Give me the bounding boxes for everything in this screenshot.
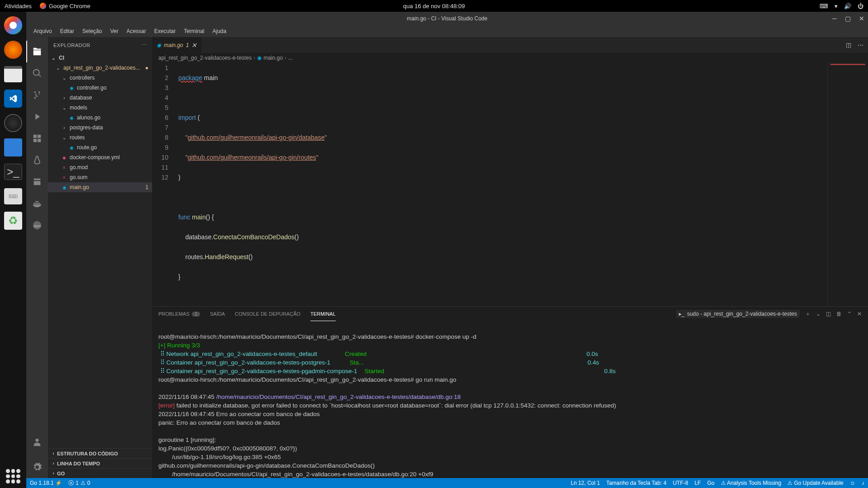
active-app[interactable]: Google Chrome (40, 3, 91, 9)
tree-models[interactable]: ⌄models (48, 103, 152, 113)
editor-area: ◉ main.go 1 ✕ ◫ ⋯ api_rest_gin_go_2-vali… (152, 37, 868, 478)
status-go-version[interactable]: Go 1.18.1 ⚡ (30, 480, 62, 486)
activity-account[interactable] (26, 431, 48, 453)
tree-controllers[interactable]: ⌄controllers (48, 73, 152, 83)
menu-editar[interactable]: Editar (57, 26, 78, 36)
menu-acessar[interactable]: Acessar (123, 26, 149, 36)
activity-json[interactable]: Json (26, 214, 48, 236)
menu-selecao[interactable]: Seleção (79, 26, 105, 36)
status-bell-icon[interactable]: ♪ (862, 480, 864, 486)
vscode-window: main.go - CI - Visual Studio Code ─ ▢ ✕ … (26, 12, 868, 488)
menu-ajuda[interactable]: Ajuda (209, 26, 230, 36)
panel-tab-console[interactable]: CONSOLE DE DEPURAÇÃO (235, 307, 300, 321)
minimap[interactable] (827, 63, 868, 306)
menu-terminal[interactable]: Terminal (180, 26, 208, 36)
tree-main-go[interactable]: ◉main.go1 (48, 182, 152, 192)
status-analysis-tools[interactable]: ⚠ Analysis Tools Missing (721, 480, 782, 486)
activity-docker[interactable] (26, 193, 48, 214)
tab-main-go[interactable]: ◉ main.go 1 ✕ (152, 37, 202, 53)
terminal-dropdown-icon[interactable]: ⌄ (816, 311, 820, 317)
tree-project[interactable]: ⌄ api_rest_gin_go_2-validacoes... ● (48, 63, 152, 73)
menu-executar[interactable]: Executar (151, 26, 179, 36)
svg-text:Json: Json (33, 224, 40, 228)
code-content[interactable]: package main import ( "github.com/guilhe… (176, 63, 827, 306)
maximize-button[interactable]: ▢ (845, 15, 851, 22)
menu-ver[interactable]: Ver (106, 26, 122, 36)
more-actions-icon[interactable]: ⋯ (858, 42, 863, 48)
activity-explorer[interactable] (26, 41, 48, 62)
panel-tab-problemas[interactable]: PROBLEMAS1 (158, 307, 200, 321)
activity-remote[interactable] (26, 171, 48, 193)
section-linha[interactable]: ›LINHA DO TEMPO (48, 458, 152, 468)
status-go-update[interactable]: ⚠ Go Update Available (787, 480, 844, 486)
go-file-icon: ◉ (61, 185, 68, 190)
new-terminal-icon[interactable]: ＋ (805, 310, 811, 318)
activity-extensions[interactable] (26, 128, 48, 149)
status-feedback-icon[interactable]: ☺ (850, 480, 855, 486)
dock-files[interactable] (2, 63, 24, 85)
activity-testing[interactable] (26, 149, 48, 171)
clock[interactable]: qua 16 de nov 08:48:09 (403, 3, 465, 9)
tree-root[interactable]: ⌄ CI (48, 53, 152, 63)
status-encoding[interactable]: UTF-8 (673, 480, 688, 486)
dock-trash[interactable]: ♻ (2, 210, 24, 232)
go-file-icon: ◉ (68, 85, 75, 90)
breadcrumb[interactable]: api_rest_gin_go_2-validacoes-e-testes› ◉… (152, 53, 868, 63)
dock-virtualbox[interactable] (2, 137, 24, 158)
activity-settings[interactable] (26, 456, 48, 478)
chevron-down-icon: ⌄ (61, 76, 68, 81)
kill-terminal-icon[interactable]: 🗑 (836, 311, 842, 317)
dock-vscode[interactable] (2, 88, 24, 109)
section-estrutura[interactable]: ›ESTRUTURA DO CÓDIGO (48, 448, 152, 458)
menu-arquivo[interactable]: Arquivo (30, 26, 56, 36)
dock-firefox[interactable] (2, 39, 24, 61)
tree-postgres-data[interactable]: ›postgres-data (48, 123, 152, 133)
status-problems[interactable]: ⓧ 1 ⚠ 0 (68, 479, 90, 487)
dock-ssd[interactable]: SSD (2, 185, 24, 207)
tree-route-go[interactable]: ◉route.go (48, 142, 152, 152)
status-cursor-pos[interactable]: Ln 12, Col 1 (571, 480, 600, 486)
split-terminal-icon[interactable]: ◫ (826, 311, 831, 317)
dock-obs[interactable] (2, 112, 24, 134)
tree-alunos-go[interactable]: ◉alunos.go (48, 113, 152, 123)
activity-bar: Json (26, 37, 48, 478)
split-editor-icon[interactable]: ◫ (846, 42, 851, 48)
close-panel-icon[interactable]: ✕ (857, 311, 862, 317)
tree-docker-compose[interactable]: ◆docker-compose.yml (48, 152, 152, 162)
code-editor[interactable]: 123456789101112 package main import ( "g… (152, 63, 868, 306)
yaml-file-icon: ◆ (61, 155, 68, 160)
minimize-button[interactable]: ─ (832, 15, 837, 22)
activity-source-control[interactable] (26, 84, 48, 106)
wifi-icon[interactable]: ▾ (835, 3, 838, 9)
activity-debug[interactable] (26, 106, 48, 128)
volume-icon[interactable]: 🔊 (844, 3, 851, 9)
explorer-more-icon[interactable]: ⋯ (142, 42, 147, 48)
chevron-down-icon: ⌄ (61, 105, 68, 110)
chevron-down-icon: ⌄ (61, 135, 68, 140)
power-icon[interactable]: ⏻ (858, 3, 863, 9)
status-language[interactable]: Go (707, 480, 715, 486)
maximize-panel-icon[interactable]: ⌃ (847, 311, 852, 317)
language-icon[interactable]: ⌨ (820, 3, 828, 9)
file-tree: ⌄ CI ⌄ api_rest_gin_go_2-validacoes... ●… (48, 53, 152, 448)
panel-tab-saida[interactable]: SAÍDA (210, 307, 225, 321)
tree-controller-go[interactable]: ◉controller.go (48, 83, 152, 93)
close-tab-icon[interactable]: ✕ (191, 42, 197, 49)
close-button[interactable]: ✕ (859, 15, 864, 22)
dock-terminal[interactable]: >_ (2, 161, 24, 183)
chevron-right-icon: › (50, 451, 57, 456)
panel-tab-terminal[interactable]: TERMINAL (310, 307, 336, 321)
activity-search[interactable] (26, 62, 48, 84)
status-tab-size[interactable]: Tamanho da Tecla Tab: 4 (606, 480, 667, 486)
terminal-output[interactable]: root@mauricio-hirsch:/home/mauricio/Docu… (152, 321, 868, 478)
tree-go-mod[interactable]: ≡go.mod (48, 162, 152, 172)
dock-apps-grid[interactable] (6, 469, 20, 483)
tree-go-sum[interactable]: ≡go.sum (48, 172, 152, 182)
tree-routes[interactable]: ⌄routes (48, 133, 152, 142)
activities-button[interactable]: Atividades (5, 3, 32, 9)
terminal-selector[interactable]: ▸_sudo - api_rest_gin_go_2-validacoes-e-… (676, 310, 800, 318)
tree-database[interactable]: ›database (48, 93, 152, 103)
status-eol[interactable]: LF (695, 480, 701, 486)
section-go[interactable]: ›GO (48, 468, 152, 478)
dock-chrome[interactable] (2, 14, 24, 36)
